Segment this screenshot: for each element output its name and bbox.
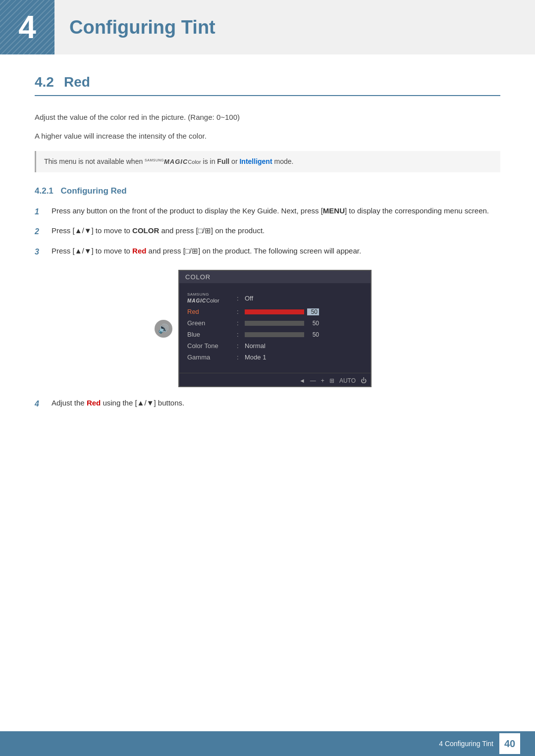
monitor-bar-container-green: 50 xyxy=(245,320,319,327)
monitor-bar-num-blue: 50 xyxy=(307,331,319,338)
monitor-label-gamma: Gamma xyxy=(187,353,237,361)
step-4: 4 Adjust the Red using the [▲/▼] buttons… xyxy=(35,397,500,410)
monitor-row-green: Green : 50 xyxy=(187,317,363,329)
step-text-1: Press any button on the front of the pro… xyxy=(52,205,500,217)
monitor-label-colortone: Color Tone xyxy=(187,342,237,350)
step-number-3: 3 xyxy=(35,245,49,258)
monitor-bar-red xyxy=(245,309,304,314)
step-2: 2 Press [▲/▼] to move to COLOR and press… xyxy=(35,225,500,238)
step-text-2: Press [▲/▼] to move to COLOR and press [… xyxy=(52,225,500,237)
monitor-bar-container-red: 50 xyxy=(245,308,319,315)
chapter-header: 4 Configuring Tint xyxy=(0,0,535,54)
monitor-value-magic: Off xyxy=(245,295,253,302)
monitor-icon-power: ⏻ xyxy=(361,377,367,384)
step-number-2: 2 xyxy=(35,225,49,238)
monitor-bar-blue xyxy=(245,332,304,337)
monitor-label-magic: SAMSUNG MAGICColor xyxy=(187,292,237,304)
section-heading: 4.2 Red xyxy=(35,74,500,96)
monitor-bar-num-green: 50 xyxy=(307,320,319,327)
monitor-icon-row: ◄ — + ⊞ AUTO ⏻ xyxy=(179,373,371,386)
chapter-title-block: Configuring Tint xyxy=(54,0,535,54)
monitor-side-icon: 🔊 xyxy=(155,320,172,338)
monitor-colon-red: : xyxy=(237,308,245,315)
monitor-value-colortone: Normal xyxy=(245,342,266,350)
body-paragraph-2: A higher value will increase the intensi… xyxy=(35,130,500,143)
monitor-bar-fill-red xyxy=(245,309,304,314)
monitor-row-gamma: Gamma : Mode 1 xyxy=(187,352,363,363)
monitor-icon-auto: AUTO xyxy=(339,377,356,384)
red-key: Red xyxy=(132,247,146,255)
monitor-value-gamma: Mode 1 xyxy=(245,353,266,361)
monitor-row-magic: SAMSUNG MAGICColor : Off xyxy=(187,290,363,306)
monitor-bar-container-blue: 50 xyxy=(245,331,319,338)
note-text-3: or xyxy=(229,157,239,165)
monitor-title-bar: COLOR xyxy=(179,271,371,283)
step4-red-label: Red xyxy=(87,399,101,407)
note-mode1: Full xyxy=(217,157,229,165)
monitor-bar-green xyxy=(245,321,304,326)
monitor-screen: COLOR SAMSUNG MAGICColor : Off Red xyxy=(178,270,372,387)
chapter-number-block: 4 xyxy=(0,0,54,54)
step-number-4: 4 xyxy=(35,397,49,410)
monitor-icon-enter: ⊞ xyxy=(329,377,334,384)
subsection-number: 4.2.1 xyxy=(35,186,54,196)
chapter-number: 4 xyxy=(18,9,36,46)
monitor-content: SAMSUNG MAGICColor : Off Red : xyxy=(179,283,371,370)
chapter-title: Configuring Tint xyxy=(69,17,215,38)
monitor-colon-colortone: : xyxy=(237,342,245,350)
monitor-icon-left: ◄ xyxy=(299,377,305,384)
page-footer: 4 Configuring Tint 40 xyxy=(0,731,535,756)
monitor-icon-minus: — xyxy=(310,377,316,384)
monitor-colon-blue: : xyxy=(237,331,245,338)
monitor-row-red: Red : 50 xyxy=(187,306,363,317)
note-text-2: is in xyxy=(201,157,217,165)
footer-page-number: 40 xyxy=(499,733,520,754)
footer-text: 4 Configuring Tint xyxy=(439,740,493,748)
monitor-bar-fill-blue xyxy=(245,332,304,337)
monitor-icon-plus: + xyxy=(321,377,324,384)
note-mode2: Intelligent xyxy=(239,157,272,165)
steps-list-4: 4 Adjust the Red using the [▲/▼] buttons… xyxy=(35,397,500,410)
subsection-heading: 4.2.1 Configuring Red xyxy=(35,186,500,196)
body-paragraph-1: Adjust the value of the color red in the… xyxy=(35,111,500,124)
section-number: 4.2 xyxy=(35,74,54,90)
note-text-4: mode. xyxy=(272,157,294,165)
step-3: 3 Press [▲/▼] to move to Red and press [… xyxy=(35,245,500,258)
note-text-1: This menu is not available when xyxy=(44,157,145,165)
step-number-1: 1 xyxy=(35,205,49,218)
monitor-row-blue: Blue : 50 xyxy=(187,329,363,340)
note-box: This menu is not available when SAMSUNGM… xyxy=(35,151,500,172)
subsection-title: Configuring Red xyxy=(61,186,127,196)
samsung-magic-label: SAMSUNGMAGICColor xyxy=(145,159,201,165)
monitor-colon-gamma: : xyxy=(237,353,245,361)
step-text-3: Press [▲/▼] to move to Red and press [□/… xyxy=(52,245,500,257)
steps-list: 1 Press any button on the front of the p… xyxy=(35,205,500,258)
monitor-container: 🔊 COLOR SAMSUNG MAGICColor : Off xyxy=(50,270,500,387)
monitor-label-blue: Blue xyxy=(187,331,237,338)
step-text-4: Adjust the Red using the [▲/▼] buttons. xyxy=(52,397,500,409)
step-1: 1 Press any button on the front of the p… xyxy=(35,205,500,218)
monitor-label-green: Green xyxy=(187,319,237,327)
monitor-colon-green: : xyxy=(237,319,245,327)
monitor-label-red: Red xyxy=(187,308,237,315)
monitor-row-colortone: Color Tone : Normal xyxy=(187,340,363,352)
main-content: 4.2 Red Adjust the value of the color re… xyxy=(0,54,535,457)
monitor-bar-num-red: 50 xyxy=(307,308,319,315)
section-title: Red xyxy=(64,74,90,90)
color-key: COLOR xyxy=(132,226,159,235)
menu-key-1: MENU xyxy=(323,206,345,215)
monitor-colon-magic: : xyxy=(237,295,245,302)
monitor-bar-fill-green xyxy=(245,321,304,326)
